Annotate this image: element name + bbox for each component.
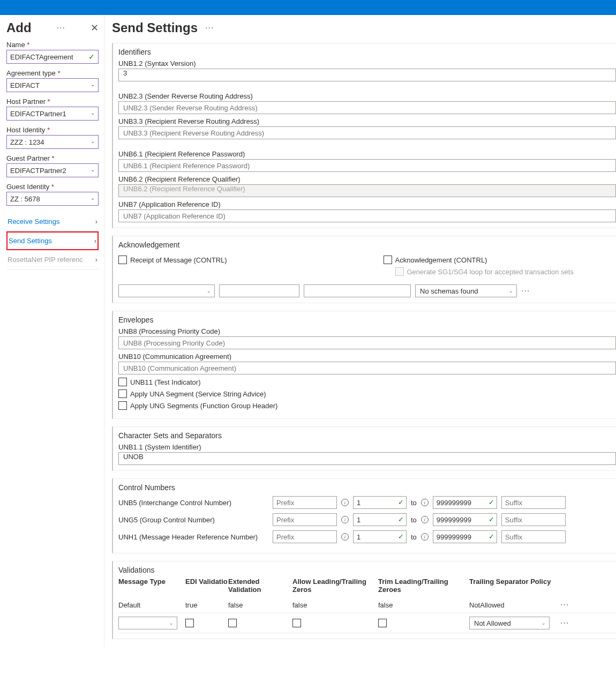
name-label: Name bbox=[6, 41, 25, 49]
ack-select-3[interactable] bbox=[304, 284, 411, 297]
val-edi-checkbox[interactable] bbox=[185, 619, 194, 627]
guest-identity-label: Guest Identity bbox=[6, 183, 49, 191]
val-trim-checkbox[interactable] bbox=[378, 619, 387, 627]
nav-rosettanet[interactable]: RosettaNet PIP referenc› bbox=[6, 250, 99, 269]
unb7-label: UNB7 (Application Reference ID) bbox=[118, 200, 616, 208]
section-identifiers: Identifiers UNB1.2 (Syntax Version) 3 UN… bbox=[112, 43, 616, 228]
unh1-to[interactable]: 999999999✓ bbox=[433, 530, 497, 543]
ack-more-icon[interactable]: ··· bbox=[521, 286, 530, 296]
unb10-input[interactable] bbox=[118, 362, 616, 374]
ack-select-2[interactable] bbox=[219, 284, 299, 297]
ack-contrl-checkbox[interactable] bbox=[384, 256, 392, 264]
unb23-label: UNB2.3 (Sender Reverse Routing Address) bbox=[118, 92, 616, 100]
info-icon[interactable]: i bbox=[421, 499, 429, 506]
una-label: Apply UNA Segment (Service String Advice… bbox=[130, 390, 266, 398]
identifiers-title: Identifiers bbox=[118, 48, 616, 56]
unb11-checkbox[interactable] bbox=[118, 378, 127, 386]
info-icon[interactable]: i bbox=[421, 533, 429, 541]
una-checkbox[interactable] bbox=[118, 389, 127, 398]
unb33-input[interactable] bbox=[118, 126, 616, 139]
ctrl-title: Control Numbers bbox=[118, 483, 616, 492]
unb23-input[interactable] bbox=[118, 101, 616, 114]
unb61-input[interactable] bbox=[118, 159, 616, 172]
env-title: Envelopes bbox=[118, 316, 616, 324]
section-envelopes: Envelopes UNB8 (Processing Priority Code… bbox=[112, 311, 616, 419]
info-icon[interactable]: i bbox=[421, 516, 429, 523]
unb5-label: UNB5 (Interchange Control Number) bbox=[118, 499, 268, 507]
unb62-input[interactable]: UNB6.2 (Recipient Reference Qualifier) bbox=[118, 184, 616, 197]
val-sep-select[interactable]: Not Allowed⌄ bbox=[469, 617, 550, 629]
close-icon[interactable]: ✕ bbox=[91, 22, 99, 34]
page-more-icon[interactable]: ··· bbox=[205, 23, 214, 33]
top-bar bbox=[0, 0, 616, 15]
val-row-more-icon[interactable]: ··· bbox=[560, 600, 571, 610]
unb5-suffix[interactable] bbox=[501, 496, 566, 509]
receipt-checkbox[interactable] bbox=[118, 256, 127, 264]
val-h5: Trim Leading/Trailing Zeroes bbox=[378, 578, 469, 594]
host-identity-label: Host Identity bbox=[6, 126, 45, 134]
unb8-label: UNB8 (Processing Priority Code) bbox=[118, 327, 616, 335]
unb61-label: UNB6.1 (Recipient Reference Password) bbox=[118, 150, 616, 158]
unb11sys-label: UNB1.1 (System Identifier) bbox=[118, 443, 616, 451]
ung5-prefix[interactable] bbox=[273, 513, 337, 526]
unb5-from[interactable]: 1✓ bbox=[353, 496, 407, 509]
guest-partner-label: Guest Partner bbox=[6, 154, 50, 162]
unh1-suffix[interactable] bbox=[501, 530, 566, 543]
nav-send-settings[interactable]: Send Settings› bbox=[6, 231, 99, 250]
info-icon[interactable]: i bbox=[341, 533, 349, 541]
guest-identity-select[interactable]: ZZ : 5678⌄ bbox=[6, 192, 99, 206]
agreement-type-label: Agreement type bbox=[6, 69, 56, 77]
section-charsets: Character Sets and Separators UNB1.1 (Sy… bbox=[112, 426, 616, 471]
val-row-default: Default true false false false NotAllowe… bbox=[118, 597, 616, 613]
unb8-input[interactable] bbox=[118, 336, 616, 349]
info-icon[interactable]: i bbox=[341, 516, 349, 523]
unb7-input[interactable] bbox=[118, 209, 616, 222]
val-msgtype-select[interactable]: ⌄ bbox=[118, 617, 177, 629]
val-allow-checkbox[interactable] bbox=[292, 619, 301, 627]
unb11-label: UNB11 (Test Indicator) bbox=[130, 378, 201, 386]
unb33-label: UNB3.3 (Recipient Reverse Routing Addres… bbox=[118, 117, 616, 125]
unb11sys-select[interactable]: UNOB bbox=[118, 452, 616, 465]
unb12-select[interactable]: 3 bbox=[118, 69, 616, 81]
val-h2: EDI Validatio bbox=[185, 578, 228, 594]
ung5-suffix[interactable] bbox=[501, 513, 566, 526]
val-row-more-icon[interactable]: ··· bbox=[560, 618, 571, 628]
section-acknowledgement: Acknowledgement Receipt of Message (CONT… bbox=[112, 236, 616, 303]
host-identity-select[interactable]: ZZZ : 1234⌄ bbox=[6, 135, 99, 149]
ung-label: Apply UNG Segments (Function Group Heade… bbox=[130, 402, 277, 410]
ack-schema-select[interactable]: No schemas found⌄ bbox=[415, 284, 517, 297]
guest-partner-select[interactable]: EDIFACTPartner2⌄ bbox=[6, 163, 99, 177]
section-validations: Validations Message Type EDI Validatio E… bbox=[112, 561, 616, 639]
unb5-to[interactable]: 999999999✓ bbox=[433, 496, 497, 509]
ack-contrl-label: Acknowledgement (CONTRL) bbox=[395, 256, 487, 264]
section-control-numbers: Control Numbers UNB5 (Interchange Contro… bbox=[112, 478, 616, 553]
val-row-new: ⌄ Not Allowed⌄ ··· bbox=[118, 613, 616, 633]
nav-receive-settings[interactable]: Receive Settings› bbox=[6, 212, 99, 231]
page-title: Send Settings bbox=[112, 20, 198, 35]
ack-select-1[interactable]: ⌄ bbox=[118, 284, 215, 297]
unh1-prefix[interactable] bbox=[273, 530, 337, 543]
required-star: * bbox=[27, 41, 29, 49]
info-icon[interactable]: i bbox=[341, 499, 349, 506]
val-title: Validations bbox=[118, 566, 616, 574]
unb5-prefix[interactable] bbox=[273, 496, 337, 509]
val-ext-checkbox[interactable] bbox=[228, 619, 237, 627]
ung-checkbox[interactable] bbox=[118, 401, 127, 410]
add-title: Add bbox=[6, 20, 32, 35]
chevron-right-icon: › bbox=[95, 218, 97, 226]
val-h3: Extended Validation bbox=[228, 578, 292, 594]
chevron-down-icon: ⌄ bbox=[91, 81, 95, 87]
agreement-type-select[interactable]: EDIFACT⌄ bbox=[6, 78, 99, 92]
more-icon[interactable]: ··· bbox=[57, 23, 65, 33]
host-partner-select[interactable]: EDIFACTPartner1⌄ bbox=[6, 107, 99, 121]
ack-title: Acknowledgement bbox=[118, 241, 616, 249]
unb12-label: UNB1.2 (Syntax Version) bbox=[118, 59, 616, 68]
unh1-from[interactable]: 1✓ bbox=[353, 530, 407, 543]
ung5-from[interactable]: 1✓ bbox=[353, 513, 407, 526]
ung5-to[interactable]: 999999999✓ bbox=[433, 513, 497, 526]
unb62-label: UNB6.2 (Recipient Reference Qualifier) bbox=[118, 175, 616, 183]
unb10-label: UNB10 (Communication Agreement) bbox=[118, 352, 616, 361]
unh1-label: UNH1 (Message Header Reference Number) bbox=[118, 533, 268, 541]
name-input[interactable]: EDIFACTAgreement✓ bbox=[6, 50, 99, 64]
val-h1: Message Type bbox=[118, 578, 185, 594]
